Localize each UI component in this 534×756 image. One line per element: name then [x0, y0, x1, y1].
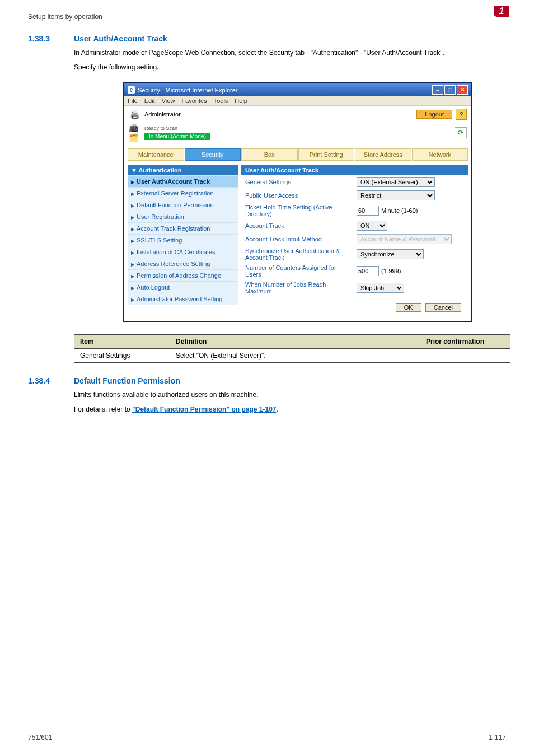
- section-para: For details, refer to "Default Function …: [74, 404, 506, 414]
- section-para: In Administrator mode of PageScope Web C…: [74, 48, 506, 58]
- sidebar-item-account-track-reg[interactable]: ▶Account Track Registration: [128, 222, 238, 234]
- label-general-settings: General Settings: [245, 179, 352, 185]
- sidebar-item-address-reference[interactable]: ▶Address Reference Setting: [128, 258, 238, 269]
- select-general-settings[interactable]: ON (External Server): [357, 177, 435, 187]
- menu-file[interactable]: File: [128, 97, 138, 104]
- screenshot-window: e Security - Microsoft Internet Explorer…: [123, 82, 472, 322]
- sidebar-item-default-function[interactable]: ▶Default Function Permission: [128, 199, 238, 211]
- label-ticket-hold: Ticket Hold Time Setting (Active Directo…: [245, 204, 352, 217]
- select-at-input-method: Account Name & Password: [357, 234, 452, 244]
- refresh-button[interactable]: ⟳: [455, 127, 467, 138]
- window-titlebar: e Security - Microsoft Internet Explorer…: [124, 83, 471, 96]
- section-para: Specify the following setting.: [74, 62, 506, 72]
- select-account-track[interactable]: ON: [357, 221, 387, 231]
- label-at-input-method: Account Track Input Method: [245, 236, 352, 242]
- definition-table: Item Definition Prior confirmation Gener…: [74, 334, 510, 363]
- cancel-button[interactable]: Cancel: [425, 303, 461, 312]
- tab-maintenance[interactable]: Maintenance: [128, 148, 184, 161]
- th-definition: Definition: [170, 335, 420, 349]
- admin-label: Administrator: [144, 111, 181, 118]
- tab-network[interactable]: Network: [412, 148, 469, 161]
- ie-icon: e: [128, 86, 135, 94]
- select-synchronize[interactable]: Synchronize: [357, 249, 424, 259]
- label-account-track: Account Track: [245, 222, 352, 229]
- status-icons: 📠🗂️: [129, 123, 144, 142]
- select-public-user-access[interactable]: Restrict: [357, 190, 435, 200]
- label-synchronize: Synchronize User Authentication & Accoun…: [245, 248, 352, 261]
- tab-store-address[interactable]: Store Address: [355, 148, 411, 161]
- help-button[interactable]: ?: [456, 109, 467, 120]
- menu-view[interactable]: View: [162, 97, 175, 104]
- select-jobs-max[interactable]: Skip Job: [357, 283, 404, 293]
- tab-print-setting[interactable]: Print Setting: [298, 148, 355, 161]
- label-public-user-access: Public User Access: [245, 192, 352, 199]
- window-title: Security - Microsoft Internet Explorer: [138, 87, 238, 94]
- footer-left: 751/601: [28, 734, 52, 741]
- sidebar-item-permission-address[interactable]: ▶Permission of Address Change: [128, 269, 238, 281]
- section-number: 1.38.4: [28, 376, 74, 385]
- section-title: Default Function Permission: [74, 376, 180, 385]
- menu-help[interactable]: Help: [235, 97, 247, 104]
- cross-reference-link[interactable]: "Default Function Permission" on page 1-…: [132, 405, 276, 413]
- tab-security[interactable]: Security: [185, 148, 241, 161]
- sidebar-item-user-registration[interactable]: ▶User Registration: [128, 211, 238, 222]
- th-item: Item: [74, 335, 170, 349]
- ready-status: Ready to Scan: [144, 125, 210, 131]
- label-jobs-max: When Number of Jobs Reach Maximum: [245, 281, 352, 295]
- printer-icon: 🖨️: [129, 109, 140, 119]
- tab-box[interactable]: Box: [241, 148, 298, 161]
- input-counters[interactable]: [357, 266, 379, 276]
- ok-button[interactable]: OK: [396, 303, 421, 312]
- section-title: User Auth/Account Track: [74, 34, 167, 43]
- td-definition: Select "ON (External Server)".: [170, 349, 420, 363]
- footer-right: 1-117: [489, 734, 506, 741]
- admin-mode-badge: In Menu (Admin Mode): [144, 133, 210, 140]
- sidebar-item-user-auth[interactable]: ▶User Auth/Account Track: [128, 175, 238, 187]
- maximize-button[interactable]: □: [444, 85, 456, 95]
- scanner-icon: 📠: [129, 123, 144, 132]
- label-counters-unit: (1-999): [381, 268, 401, 274]
- sidebar-item-ssl-tls[interactable]: ▶SSL/TLS Setting: [128, 234, 238, 246]
- menu-edit[interactable]: Edit: [144, 97, 155, 104]
- label-counters: Number of Counters Assigned for Users: [245, 264, 352, 278]
- menu-favorites[interactable]: Favorites: [181, 97, 207, 104]
- input-ticket-hold[interactable]: [357, 206, 379, 216]
- sidebar-item-admin-password[interactable]: ▶Administrator Password Setting: [128, 293, 238, 305]
- sidebar-item-ca-certificates[interactable]: ▶Installation of CA Certificates: [128, 246, 238, 258]
- minimize-button[interactable]: −: [432, 85, 443, 95]
- sidebar-item-auto-logout[interactable]: ▶Auto Logout: [128, 281, 238, 293]
- device-icon: 🗂️: [129, 133, 144, 142]
- label-ticket-unit: Minute (1-60): [381, 207, 418, 214]
- sidebar-item-external-server[interactable]: ▶External Server Registration: [128, 187, 238, 199]
- page-badge: 1: [494, 6, 509, 17]
- sidebar-head: ▼ Authentication: [128, 165, 238, 175]
- logout-button[interactable]: Logout: [416, 110, 452, 119]
- close-button[interactable]: ✕: [457, 85, 468, 95]
- section-number: 1.38.3: [28, 34, 74, 43]
- th-prior: Prior confirmation: [420, 335, 510, 349]
- menu-tools[interactable]: Tools: [214, 97, 228, 104]
- menubar: File Edit View Favorites Tools Help: [124, 96, 471, 106]
- breadcrumb: Setup items by operation: [28, 13, 102, 21]
- section-para: Limits functions available to authorized…: [74, 390, 506, 400]
- td-item: General Settings: [74, 349, 170, 363]
- td-prior: [420, 349, 510, 363]
- panel-head: User Auth/Account Track: [241, 165, 468, 175]
